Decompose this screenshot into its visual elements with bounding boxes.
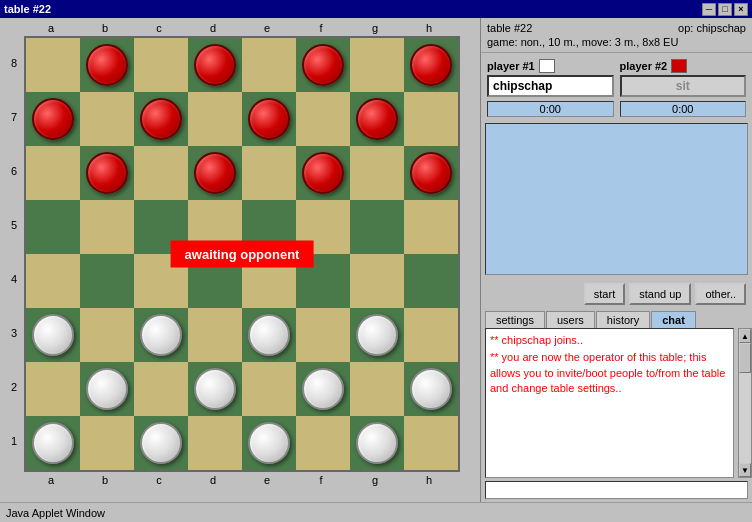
piece-white-6-5[interactable] bbox=[302, 368, 344, 410]
scroll-down-button[interactable]: ▼ bbox=[739, 463, 751, 477]
scroll-up-button[interactable]: ▲ bbox=[739, 329, 751, 343]
cell-1-2[interactable] bbox=[134, 92, 188, 146]
cell-0-4[interactable] bbox=[242, 38, 296, 92]
piece-red-0-5[interactable] bbox=[302, 44, 344, 86]
cell-3-1[interactable] bbox=[80, 200, 134, 254]
piece-white-7-0[interactable] bbox=[32, 422, 74, 464]
checkerboard[interactable]: awaiting opponent bbox=[24, 36, 460, 472]
cell-7-1[interactable] bbox=[80, 416, 134, 470]
player2-sit-area[interactable]: sit bbox=[620, 75, 747, 97]
piece-red-0-7[interactable] bbox=[410, 44, 452, 86]
cell-0-5[interactable] bbox=[296, 38, 350, 92]
cell-6-6[interactable] bbox=[350, 362, 404, 416]
piece-red-0-3[interactable] bbox=[194, 44, 236, 86]
cell-1-5[interactable] bbox=[296, 92, 350, 146]
tab-users[interactable]: users bbox=[546, 311, 595, 328]
cell-7-2[interactable] bbox=[134, 416, 188, 470]
cell-0-0[interactable] bbox=[26, 38, 80, 92]
chat-input[interactable] bbox=[485, 481, 748, 499]
cell-2-5[interactable] bbox=[296, 146, 350, 200]
cell-2-6[interactable] bbox=[350, 146, 404, 200]
cell-7-6[interactable] bbox=[350, 416, 404, 470]
cell-5-3[interactable] bbox=[188, 308, 242, 362]
piece-red-1-0[interactable] bbox=[32, 98, 74, 140]
cell-5-1[interactable] bbox=[80, 308, 134, 362]
piece-white-5-2[interactable] bbox=[140, 314, 182, 356]
cell-6-0[interactable] bbox=[26, 362, 80, 416]
cell-5-2[interactable] bbox=[134, 308, 188, 362]
cell-6-3[interactable] bbox=[188, 362, 242, 416]
cell-2-1[interactable] bbox=[80, 146, 134, 200]
scrollbar[interactable]: ▲ ▼ bbox=[738, 328, 752, 478]
cell-1-6[interactable] bbox=[350, 92, 404, 146]
piece-red-1-4[interactable] bbox=[248, 98, 290, 140]
cell-6-4[interactable] bbox=[242, 362, 296, 416]
cell-2-4[interactable] bbox=[242, 146, 296, 200]
cell-6-7[interactable] bbox=[404, 362, 458, 416]
piece-red-2-5[interactable] bbox=[302, 152, 344, 194]
piece-red-2-7[interactable] bbox=[410, 152, 452, 194]
cell-7-3[interactable] bbox=[188, 416, 242, 470]
piece-red-0-1[interactable] bbox=[86, 44, 128, 86]
close-button[interactable]: × bbox=[734, 3, 748, 16]
piece-white-7-6[interactable] bbox=[356, 422, 398, 464]
piece-white-5-0[interactable] bbox=[32, 314, 74, 356]
cell-4-1[interactable] bbox=[80, 254, 134, 308]
cell-2-7[interactable] bbox=[404, 146, 458, 200]
cell-5-4[interactable] bbox=[242, 308, 296, 362]
cell-2-0[interactable] bbox=[26, 146, 80, 200]
cell-6-2[interactable] bbox=[134, 362, 188, 416]
cell-4-0[interactable] bbox=[26, 254, 80, 308]
other-button[interactable]: other.. bbox=[695, 283, 746, 305]
piece-white-5-4[interactable] bbox=[248, 314, 290, 356]
piece-red-1-2[interactable] bbox=[140, 98, 182, 140]
tab-history[interactable]: history bbox=[596, 311, 650, 328]
cell-5-6[interactable] bbox=[350, 308, 404, 362]
cell-1-4[interactable] bbox=[242, 92, 296, 146]
tab-chat[interactable]: chat bbox=[651, 311, 696, 328]
minimize-button[interactable]: ─ bbox=[702, 3, 716, 16]
cell-1-1[interactable] bbox=[80, 92, 134, 146]
cell-7-4[interactable] bbox=[242, 416, 296, 470]
cell-1-3[interactable] bbox=[188, 92, 242, 146]
piece-white-7-2[interactable] bbox=[140, 422, 182, 464]
chat-line-1: ** you are now the operator of this tabl… bbox=[490, 350, 729, 396]
stand-up-button[interactable]: stand up bbox=[629, 283, 691, 305]
cell-2-2[interactable] bbox=[134, 146, 188, 200]
cell-0-2[interactable] bbox=[134, 38, 188, 92]
piece-white-6-1[interactable] bbox=[86, 368, 128, 410]
sit-button[interactable]: sit bbox=[626, 79, 741, 93]
cell-0-7[interactable] bbox=[404, 38, 458, 92]
piece-white-6-7[interactable] bbox=[410, 368, 452, 410]
piece-white-7-4[interactable] bbox=[248, 422, 290, 464]
piece-red-1-6[interactable] bbox=[356, 98, 398, 140]
cell-3-0[interactable] bbox=[26, 200, 80, 254]
tab-settings[interactable]: settings bbox=[485, 311, 545, 328]
maximize-button[interactable]: □ bbox=[718, 3, 732, 16]
cell-7-7[interactable] bbox=[404, 416, 458, 470]
cell-7-0[interactable] bbox=[26, 416, 80, 470]
piece-white-6-3[interactable] bbox=[194, 368, 236, 410]
row-label-2: 2 bbox=[4, 360, 24, 414]
cell-3-6[interactable] bbox=[350, 200, 404, 254]
cell-0-6[interactable] bbox=[350, 38, 404, 92]
cell-3-7[interactable] bbox=[404, 200, 458, 254]
cell-1-7[interactable] bbox=[404, 92, 458, 146]
cell-5-7[interactable] bbox=[404, 308, 458, 362]
scroll-thumb[interactable] bbox=[739, 343, 751, 373]
cell-5-0[interactable] bbox=[26, 308, 80, 362]
cell-0-1[interactable] bbox=[80, 38, 134, 92]
cell-4-7[interactable] bbox=[404, 254, 458, 308]
cell-4-6[interactable] bbox=[350, 254, 404, 308]
cell-2-3[interactable] bbox=[188, 146, 242, 200]
cell-6-5[interactable] bbox=[296, 362, 350, 416]
cell-6-1[interactable] bbox=[80, 362, 134, 416]
start-button[interactable]: start bbox=[584, 283, 625, 305]
cell-0-3[interactable] bbox=[188, 38, 242, 92]
piece-white-5-6[interactable] bbox=[356, 314, 398, 356]
piece-red-2-1[interactable] bbox=[86, 152, 128, 194]
piece-red-2-3[interactable] bbox=[194, 152, 236, 194]
cell-1-0[interactable] bbox=[26, 92, 80, 146]
cell-7-5[interactable] bbox=[296, 416, 350, 470]
cell-5-5[interactable] bbox=[296, 308, 350, 362]
